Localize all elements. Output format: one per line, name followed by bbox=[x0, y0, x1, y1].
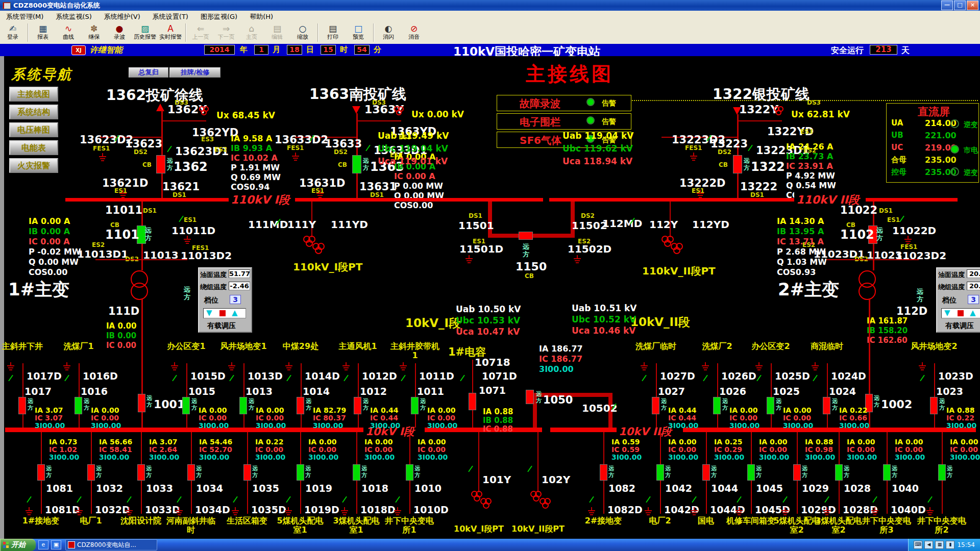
disconnector-open-icon[interactable] bbox=[920, 375, 925, 382]
breaker-1150[interactable] bbox=[519, 232, 533, 240]
breaker-1019[interactable] bbox=[297, 464, 304, 481]
disconnector-open-icon[interactable] bbox=[646, 496, 651, 503]
close-button[interactable]: × bbox=[967, 1, 978, 10]
toolbar-relay-button[interactable]: ✽继保 bbox=[81, 22, 107, 40]
toolbar-print-button[interactable]: ▤打印 bbox=[320, 22, 346, 40]
toolbar-zoom-button[interactable]: ○缩放 bbox=[290, 22, 315, 40]
network-tray-icon[interactable]: ▦ bbox=[935, 541, 944, 549]
disconnector-open-icon[interactable] bbox=[342, 496, 347, 503]
menu-5[interactable]: 帮助(H) bbox=[243, 11, 279, 22]
toolbar-login-button[interactable]: ✍登录 bbox=[0, 22, 26, 40]
task-button-cdz8000[interactable]: CDZ8000变电站自... bbox=[65, 539, 157, 550]
breaker-1023[interactable] bbox=[930, 397, 938, 414]
reset-all-button[interactable]: 总复归 bbox=[129, 67, 168, 78]
disconnector-open-icon[interactable] bbox=[229, 375, 234, 382]
tag-maintenance-button[interactable]: 挂牌/检修 bbox=[169, 67, 220, 78]
disconnector-open-icon[interactable] bbox=[813, 375, 818, 382]
disconnector-open-icon[interactable] bbox=[64, 375, 69, 382]
disconnector-open-icon[interactable] bbox=[172, 375, 177, 382]
disconnector-open-icon[interactable] bbox=[365, 145, 371, 152]
disconnector-open-icon[interactable] bbox=[27, 496, 32, 503]
disconnector-open-icon[interactable] bbox=[177, 496, 182, 503]
toolbar-curve-button[interactable]: ∿曲线 bbox=[56, 22, 81, 40]
toolbar-history-alarm-button[interactable]: ▨历史报警 bbox=[132, 22, 158, 40]
breaker-1013[interactable] bbox=[239, 397, 247, 414]
maximize-button[interactable]: □ bbox=[954, 1, 966, 10]
disconnector-open-icon[interactable] bbox=[286, 375, 291, 382]
tap-stop-button[interactable] bbox=[219, 310, 226, 316]
disconnector-open-icon[interactable] bbox=[233, 496, 238, 503]
disconnector-open-icon[interactable] bbox=[460, 375, 465, 382]
disconnector-open-icon[interactable] bbox=[824, 496, 829, 503]
breaker-1024[interactable] bbox=[823, 397, 830, 414]
disconnector-open-icon[interactable] bbox=[401, 375, 406, 382]
breaker-1362[interactable] bbox=[156, 155, 165, 173]
breaker-1018[interactable] bbox=[353, 464, 360, 481]
breaker-1050[interactable] bbox=[526, 390, 534, 404]
breaker-1082[interactable] bbox=[600, 464, 607, 481]
menu-1[interactable]: 系统监视(S) bbox=[50, 11, 97, 22]
tap-up-button[interactable]: ▲ bbox=[232, 308, 238, 317]
toolbar-mute-sound-button[interactable]: ⊘消音 bbox=[401, 22, 427, 40]
menu-3[interactable]: 系统设置(T) bbox=[146, 11, 194, 22]
disconnector-open-icon[interactable] bbox=[589, 496, 594, 503]
disconnector-open-icon[interactable] bbox=[642, 375, 647, 382]
disconnector-open-icon[interactable] bbox=[344, 375, 349, 382]
breaker-1027[interactable] bbox=[652, 397, 659, 414]
breaker-1014[interactable] bbox=[297, 397, 304, 414]
disconnector-open-icon[interactable] bbox=[692, 496, 697, 503]
breaker-1010[interactable] bbox=[406, 464, 413, 481]
sidebar-item-2[interactable]: 系统结构 bbox=[9, 105, 58, 119]
toolbar-report-button[interactable]: ▦报表 bbox=[30, 22, 56, 40]
breaker-1042[interactable] bbox=[656, 464, 664, 481]
tap-down-button[interactable]: ▼ bbox=[944, 308, 950, 317]
breaker-1322[interactable] bbox=[733, 155, 742, 173]
disconnector-open-icon[interactable] bbox=[748, 145, 753, 152]
internet-explorer-icon[interactable]: e bbox=[38, 540, 48, 549]
start-button[interactable]: 开始 bbox=[0, 539, 36, 551]
tap-down-button[interactable]: ▼ bbox=[206, 308, 212, 317]
breaker-1035[interactable] bbox=[243, 464, 251, 481]
disconnector-open-icon[interactable] bbox=[872, 496, 877, 503]
tap-up-button[interactable]: ▲ bbox=[970, 308, 976, 317]
toolbar-wave-record-button[interactable]: ●录波 bbox=[107, 22, 132, 40]
disconnector-open-icon[interactable] bbox=[899, 216, 904, 222]
disconnector-open-icon[interactable] bbox=[703, 375, 708, 382]
folder-icon[interactable]: ▣ bbox=[51, 540, 61, 549]
menu-0[interactable]: 系统管理(M) bbox=[0, 11, 50, 22]
breaker-1015[interactable] bbox=[182, 397, 190, 414]
breaker-1081[interactable] bbox=[37, 464, 45, 481]
toolbar-preview-button[interactable]: □预览 bbox=[346, 22, 371, 40]
breaker-1026[interactable] bbox=[713, 397, 721, 414]
breaker-1001[interactable] bbox=[138, 394, 145, 412]
disconnector-open-icon[interactable] bbox=[927, 496, 933, 503]
toolbar-realtime-alarm-button[interactable]: A实时报警 bbox=[158, 22, 183, 40]
keyboard-tray-icon[interactable]: ⌨ bbox=[914, 541, 922, 549]
disconnector-open-icon[interactable] bbox=[8, 375, 13, 382]
sidebar-item-3[interactable]: 电压棒图 bbox=[9, 122, 58, 137]
database-tray-icon[interactable]: ▮ bbox=[946, 541, 954, 549]
breaker-1032[interactable] bbox=[87, 464, 95, 481]
menu-4[interactable]: 图形监视(G) bbox=[194, 11, 243, 22]
breaker-x[interactable] bbox=[938, 464, 946, 481]
disconnector-open-icon[interactable] bbox=[395, 496, 400, 503]
sidebar-item-5[interactable]: 火灾报警 bbox=[9, 158, 58, 173]
disconnector-open-icon[interactable] bbox=[737, 496, 742, 503]
input-switch-tray-icon[interactable]: ◀ bbox=[924, 541, 933, 549]
disconnector-open-icon[interactable] bbox=[756, 375, 762, 382]
disconnector-open-icon[interactable] bbox=[179, 216, 184, 222]
breaker-1029[interactable] bbox=[793, 464, 801, 481]
disconnector-open-icon[interactable] bbox=[127, 496, 132, 503]
disconnector-open-icon[interactable] bbox=[468, 466, 473, 472]
breaker-1034[interactable] bbox=[187, 464, 195, 481]
breaker-1033[interactable] bbox=[137, 464, 145, 481]
disconnector-open-icon[interactable] bbox=[782, 496, 788, 503]
breaker-1011[interactable] bbox=[411, 397, 419, 414]
disconnector-open-icon[interactable] bbox=[77, 496, 82, 503]
disconnector-open-icon[interactable] bbox=[286, 496, 291, 503]
breaker-1012[interactable] bbox=[354, 397, 361, 414]
breaker-1016[interactable] bbox=[75, 397, 82, 414]
breaker-1025[interactable] bbox=[767, 397, 774, 414]
breaker-1071[interactable] bbox=[469, 393, 476, 410]
minimize-button[interactable]: — bbox=[941, 1, 953, 10]
